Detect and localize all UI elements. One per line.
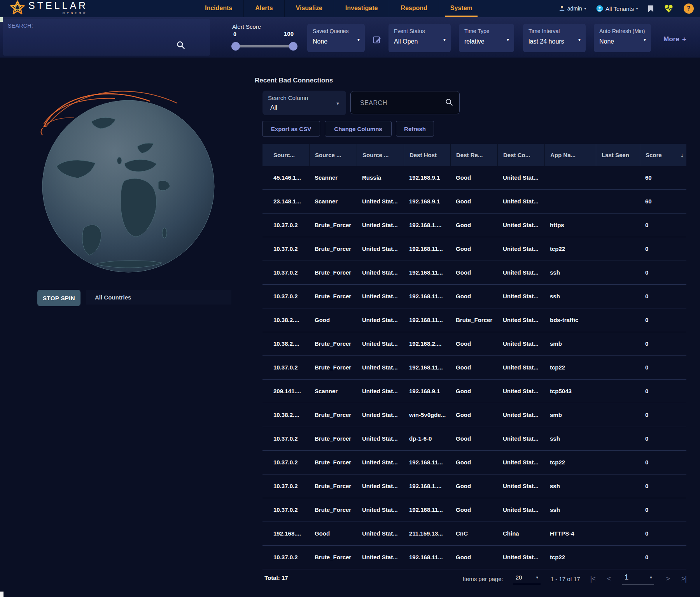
slider-handle-min[interactable] xyxy=(231,42,240,51)
search-column-value: All xyxy=(268,104,341,111)
table-cell: 192.168.... xyxy=(262,522,309,545)
table-cell: United Stat... xyxy=(497,166,544,189)
column-header[interactable]: Last Seen xyxy=(596,144,640,166)
table-cell: United Stat... xyxy=(497,380,544,403)
time-type-dropdown[interactable]: Time Type relative ▼ xyxy=(459,24,514,52)
column-header[interactable]: Source ... xyxy=(357,144,404,166)
edit-query-icon[interactable] xyxy=(373,35,382,44)
table-cell: United Stat... xyxy=(357,522,404,545)
table-row[interactable]: 45.146.1...ScannerRussia192.168.9.1GoodU… xyxy=(262,166,686,190)
slider-handle-max[interactable] xyxy=(289,42,298,51)
previous-page-button[interactable]: < xyxy=(607,575,611,583)
table-row[interactable]: 10.37.0.2Brute_ForcerUnited Stat...192.1… xyxy=(262,546,686,569)
alert-score-slider xyxy=(236,45,293,47)
table-cell: United Stat... xyxy=(357,261,404,284)
table-cell: China xyxy=(497,522,544,545)
table-search-box xyxy=(350,91,460,114)
table-row[interactable]: 23.148.1...ScannerUnited Stat...192.168.… xyxy=(262,190,686,214)
nav-item-alerts[interactable]: Alerts xyxy=(243,0,284,17)
nav-item-system[interactable]: System xyxy=(439,0,484,17)
table-cell: United Stat... xyxy=(357,546,404,569)
search-column-dropdown[interactable]: Search Column All ▼ xyxy=(262,91,346,115)
stop-spin-button[interactable]: STOP SPIN xyxy=(37,290,80,306)
screen-artifact xyxy=(0,592,4,597)
column-header[interactable]: App Na... xyxy=(544,144,596,166)
items-per-page-select[interactable]: 20 ▼ xyxy=(513,573,541,584)
table-cell: Good xyxy=(450,498,497,522)
table-row[interactable]: 192.168....GoodUnited Stat...211.159.13.… xyxy=(262,522,686,546)
table-row[interactable]: 10.37.0.2Brute_ForcerUnited Stat...192.1… xyxy=(262,451,686,474)
table-cell xyxy=(596,546,640,569)
last-page-button[interactable]: >| xyxy=(681,575,686,583)
table-row[interactable]: 10.37.0.2Brute_ForcerUnited Stat...192.1… xyxy=(262,261,686,285)
tenant-selector[interactable]: All Tenants ▾ xyxy=(596,5,638,12)
items-per-page-label: Items per page: xyxy=(462,576,503,582)
country-filter-dropdown[interactable]: All Countries xyxy=(86,290,231,305)
refresh-button[interactable]: Refresh xyxy=(396,121,434,137)
table-row[interactable]: 209.141....ScannerUnited Stat...192.168.… xyxy=(262,380,686,403)
event-status-dropdown[interactable]: Event Status All Open ▼ xyxy=(388,24,451,52)
column-header[interactable]: Dest Co... xyxy=(497,144,544,166)
table-cell: Good xyxy=(450,356,497,379)
table-row[interactable]: 10.38.2....Brute_ForcerUnited Stat...192… xyxy=(262,332,686,356)
table-row[interactable]: 10.37.0.2Brute_ForcerUnited Stat...192.1… xyxy=(262,214,686,237)
column-header[interactable]: Dest Re... xyxy=(450,144,497,166)
help-icon[interactable]: ? xyxy=(684,4,694,14)
globe-visualization[interactable] xyxy=(33,84,228,278)
filter-bar: SEARCH: Alert Score 0 100 Saved Queries … xyxy=(0,17,700,58)
next-page-button[interactable]: > xyxy=(666,575,670,583)
sort-desc-icon[interactable]: ↓ xyxy=(681,152,684,158)
table-cell: ssh xyxy=(544,427,596,450)
auto-refresh-dropdown[interactable]: Auto Refresh (Min) None ▼ xyxy=(594,24,651,52)
table-row[interactable]: 10.37.0.2Brute_ForcerUnited Stat...192.1… xyxy=(262,474,686,498)
table-cell: 10.37.0.2 xyxy=(262,356,309,379)
health-monitor-icon[interactable] xyxy=(664,4,674,13)
nav-item-investigate[interactable]: Investigate xyxy=(334,0,389,17)
bookmark-icon[interactable] xyxy=(648,5,654,12)
chevron-down-icon: ▼ xyxy=(649,576,653,579)
table-cell: 192.168.11... xyxy=(404,308,450,332)
export-csv-button[interactable]: Export as CSV xyxy=(262,121,320,137)
nav-item-visualize[interactable]: Visualize xyxy=(284,0,334,17)
global-search-input[interactable] xyxy=(8,32,177,50)
table-cell: tcp22 xyxy=(544,451,596,474)
table-cell: 211.159.13... xyxy=(404,522,450,545)
table-cell: United Stat... xyxy=(357,308,404,332)
table-row[interactable]: 10.37.0.2Brute_ForcerUnited Stat...192.1… xyxy=(262,356,686,380)
table-cell: 0 xyxy=(640,380,686,403)
brand-sub: CYBER® xyxy=(28,12,88,15)
column-header[interactable]: Sourc... xyxy=(262,144,309,166)
first-page-button[interactable]: |< xyxy=(590,575,595,583)
table-row[interactable]: 10.37.0.2Brute_ForcerUnited Stat...192.1… xyxy=(262,498,686,522)
nav-item-respond[interactable]: Respond xyxy=(389,0,438,17)
table-cell: 192.168.11... xyxy=(404,451,450,474)
table-cell: ssh xyxy=(544,498,596,522)
change-columns-button[interactable]: Change Columns xyxy=(325,121,392,137)
table-row[interactable]: 10.37.0.2Brute_ForcerUnited Stat...192.1… xyxy=(262,237,686,261)
table-row[interactable]: 10.38.2....Brute_ForcerUnited Stat...win… xyxy=(262,403,686,427)
chevron-down-icon: ▾ xyxy=(636,7,638,11)
table-cell: 0 xyxy=(640,451,686,474)
table-search-input[interactable] xyxy=(359,97,439,109)
table-cell: 0 xyxy=(640,522,686,545)
saved-queries-dropdown[interactable]: Saved Queries None ▼ xyxy=(307,24,365,52)
table-cell: Good xyxy=(450,474,497,498)
user-menu[interactable]: admin ▾ xyxy=(559,5,586,12)
table-cell: United Stat... xyxy=(357,285,404,308)
app: STELLAR CYBER® IncidentsAlertsVisualizeI… xyxy=(0,0,700,597)
nav-item-incidents[interactable]: Incidents xyxy=(194,0,243,17)
table-cell: United Stat... xyxy=(357,332,404,355)
time-interval-dropdown[interactable]: Time Interval last 24 hours ▼ xyxy=(523,24,586,52)
column-header[interactable]: Score↓ xyxy=(640,144,686,166)
table-row[interactable]: 10.37.0.2Brute_ForcerUnited Stat...192.1… xyxy=(262,285,686,308)
table-cell: Good xyxy=(450,166,497,189)
page-select[interactable]: 1 ▼ xyxy=(622,572,654,585)
column-header[interactable]: Source ... xyxy=(309,144,357,166)
table-cell: Good xyxy=(450,190,497,213)
table-row[interactable]: 10.38.2....GoodUnited Stat...192.168.11.… xyxy=(262,308,686,332)
more-filters-button[interactable]: More + xyxy=(663,35,686,44)
search-icon[interactable] xyxy=(177,41,185,49)
search-icon[interactable] xyxy=(445,98,453,106)
column-header[interactable]: Dest Host xyxy=(404,144,450,166)
table-row[interactable]: 10.37.0.2Brute_ForcerUnited Stat...dp-1-… xyxy=(262,427,686,451)
